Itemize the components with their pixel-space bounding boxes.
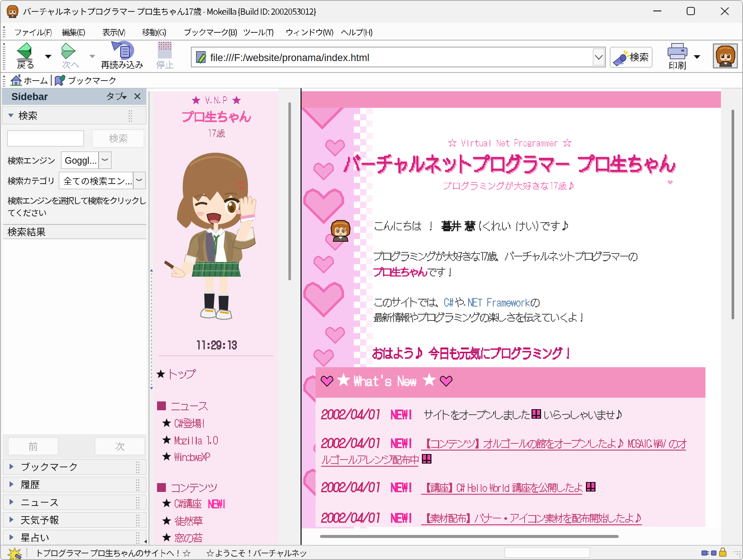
- svg-text:Sidebar: Sidebar: [11, 91, 48, 102]
- svg-text:Goggl...: Goggl...: [65, 155, 97, 166]
- svg-text:file:///F:/website/pronama/ind: file:///F:/website/pronama/index.html: [210, 52, 369, 63]
